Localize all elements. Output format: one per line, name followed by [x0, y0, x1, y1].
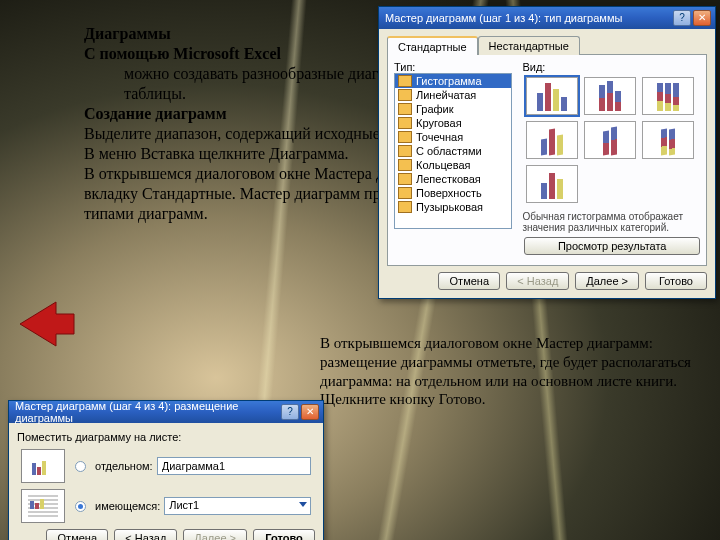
chart-type-icon — [398, 187, 412, 199]
option-existing-sheet-label: имеющемся: — [95, 500, 160, 512]
list-item: С областями — [395, 144, 511, 158]
chart-type-icon — [398, 201, 412, 213]
chart-subtype[interactable] — [642, 77, 694, 115]
finish-button[interactable]: Готово — [253, 529, 315, 540]
back-button[interactable] — [18, 298, 76, 350]
back-step-button[interactable]: < Назад — [506, 272, 569, 290]
back-step-button[interactable]: < Назад — [114, 529, 177, 540]
chart-subtype[interactable] — [526, 121, 578, 159]
radio-existing-sheet[interactable] — [75, 501, 86, 512]
existing-sheet-select[interactable]: Лист1 — [164, 497, 311, 515]
chart-subtype[interactable] — [526, 165, 578, 203]
option-new-sheet-label: отдельном: — [95, 460, 153, 472]
chart-type-list[interactable]: Гистограмма Линейчатая График Круговая Т… — [394, 73, 512, 229]
dialog1-titlebar[interactable]: Мастер диаграмм (шаг 1 из 4): тип диагра… — [379, 7, 715, 29]
list-item: Лепестковая — [395, 172, 511, 186]
help-button[interactable]: ? — [673, 10, 691, 26]
chart-type-icon — [398, 145, 412, 157]
help-button[interactable]: ? — [281, 404, 299, 420]
dialog2-buttons: Отмена < Назад Далее > Готово — [17, 529, 315, 540]
next-button[interactable]: Далее > — [183, 529, 247, 540]
cancel-button[interactable]: Отмена — [46, 529, 108, 540]
next-button[interactable]: Далее > — [575, 272, 639, 290]
preview-checkbox-row[interactable]: Просмотр результата — [524, 237, 700, 255]
dialog2-title: Мастер диаграмм (шаг 4 из 4): размещение… — [13, 400, 279, 424]
list-item: Поверхность — [395, 186, 511, 200]
chart-type-icon — [398, 159, 412, 171]
option-existing-sheet-row[interactable]: имеющемся: Лист1 — [21, 489, 311, 523]
list-item: График — [395, 102, 511, 116]
chart-subtype[interactable] — [584, 121, 636, 159]
label-type: Тип: — [394, 61, 512, 73]
chart-type-icon — [398, 103, 412, 115]
chart-subtype-grid — [522, 73, 700, 207]
tab-custom[interactable]: Нестандартные — [478, 36, 580, 55]
back-arrow-icon — [18, 298, 76, 350]
list-item: Линейчатая — [395, 88, 511, 102]
list-item: Кольцевая — [395, 158, 511, 172]
dialog-chart-type: Мастер диаграмм (шаг 1 из 4): тип диагра… — [378, 6, 716, 299]
close-button[interactable]: ✕ — [301, 404, 319, 420]
chart-type-icon — [398, 131, 412, 143]
list-item: Точечная — [395, 130, 511, 144]
label-view: Вид: — [522, 61, 700, 73]
article-placement-text: В открывшемся диалоговом окне Мастер диа… — [320, 335, 691, 407]
chart-subtype[interactable] — [642, 121, 694, 159]
p1-lead: С помощью Microsoft Excel — [84, 45, 281, 62]
cancel-button[interactable]: Отмена — [438, 272, 500, 290]
chart-subtype[interactable] — [584, 77, 636, 115]
svg-marker-0 — [20, 302, 74, 346]
list-item: Пузырьковая — [395, 200, 511, 214]
list-item: Гистограмма — [395, 74, 511, 88]
chart-type-icon — [398, 75, 412, 87]
list-item: Круговая — [395, 116, 511, 130]
finish-button[interactable]: Готово — [645, 272, 707, 290]
dialog-chart-placement: Мастер диаграмм (шаг 4 из 4): размещение… — [8, 400, 324, 540]
subtype-description: Обычная гистограмма отображает значения … — [522, 211, 700, 233]
preview-button[interactable]: Просмотр результата — [524, 237, 700, 255]
radio-new-sheet[interactable] — [75, 461, 86, 472]
existing-sheet-icon — [21, 489, 65, 523]
dialog2-titlebar[interactable]: Мастер диаграмм (шаг 4 из 4): размещение… — [9, 401, 323, 423]
chart-type-icon — [398, 173, 412, 185]
new-sheet-name-input[interactable] — [157, 457, 311, 475]
placement-legend: Поместить диаграмму на листе: — [17, 431, 315, 443]
article-placement: В открывшемся диалоговом окне Мастер диа… — [320, 334, 710, 409]
new-sheet-icon — [21, 449, 65, 483]
chart-type-icon — [398, 89, 412, 101]
close-button[interactable]: ✕ — [693, 10, 711, 26]
tab-standard[interactable]: Стандартные — [387, 36, 478, 55]
chart-type-icon — [398, 117, 412, 129]
option-new-sheet-row[interactable]: отдельном: — [21, 449, 311, 483]
chart-subtype[interactable] — [526, 77, 578, 115]
dialog1-buttons: Отмена < Назад Далее > Готово — [387, 272, 707, 290]
tabs: Стандартные Нестандартные — [387, 35, 707, 55]
dialog1-title: Мастер диаграмм (шаг 1 из 4): тип диагра… — [383, 12, 671, 24]
